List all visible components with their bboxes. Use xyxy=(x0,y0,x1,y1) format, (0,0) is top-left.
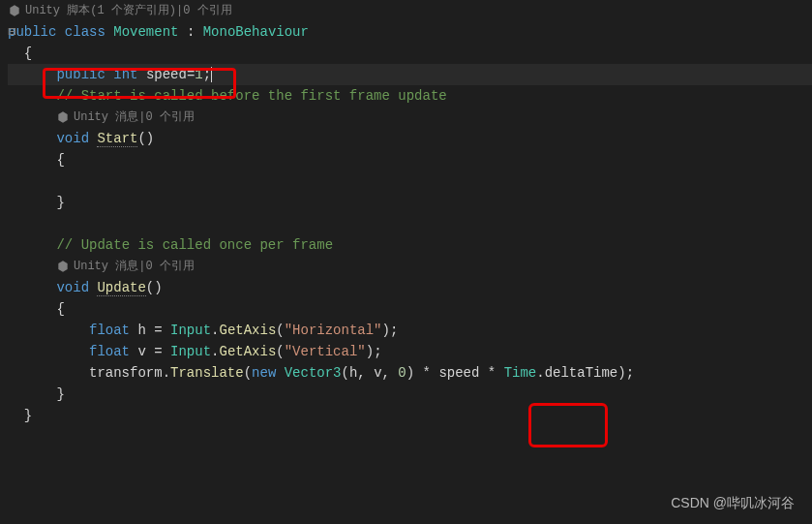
code-line-empty[interactable] xyxy=(8,213,812,234)
text-cursor xyxy=(211,67,212,82)
code-line-h[interactable]: float h = Input.GetAxis("Horizontal"); xyxy=(8,320,812,341)
code-line-translate[interactable]: transform.Translate(new Vector3(h, v, 0)… xyxy=(8,362,812,384)
codelens-start[interactable]: Unity 消息|0 个引用 xyxy=(8,107,812,128)
code-line-brace[interactable]: } xyxy=(8,405,812,426)
code-line-brace[interactable]: { xyxy=(8,149,812,170)
code-editor[interactable]: Unity 脚本(1 个资产引用)|0 个引用 ⊟public class Mo… xyxy=(0,0,812,426)
code-line-empty[interactable] xyxy=(8,170,812,192)
svg-marker-1 xyxy=(58,111,67,123)
code-line-brace[interactable]: { xyxy=(8,298,812,320)
unity-icon xyxy=(56,110,70,124)
code-line-brace[interactable]: } xyxy=(8,192,812,213)
unity-icon xyxy=(8,4,21,17)
code-line-start-decl[interactable]: void Start() xyxy=(8,128,812,149)
watermark: CSDN @哔叽冰河谷 xyxy=(671,495,795,512)
svg-marker-0 xyxy=(10,5,18,16)
code-line-field[interactable]: public int speed=1; xyxy=(8,64,812,85)
svg-marker-2 xyxy=(58,261,67,272)
unity-icon xyxy=(56,260,70,273)
code-line-class[interactable]: ⊟public class Movement : MonoBehaviour xyxy=(8,21,812,43)
code-line-brace[interactable]: { xyxy=(8,43,812,64)
code-line-brace[interactable]: } xyxy=(8,384,812,405)
code-line-comment-update[interactable]: // Update is called once per frame xyxy=(8,234,812,256)
codelens-script[interactable]: Unity 脚本(1 个资产引用)|0 个引用 xyxy=(8,0,812,21)
code-line-v[interactable]: float v = Input.GetAxis("Vertical"); xyxy=(8,341,812,362)
code-line-update-decl[interactable]: void Update() xyxy=(8,277,812,298)
codelens-update[interactable]: Unity 消息|0 个引用 xyxy=(8,256,812,277)
code-line-comment-start[interactable]: // Start is called before the first fram… xyxy=(8,85,812,107)
